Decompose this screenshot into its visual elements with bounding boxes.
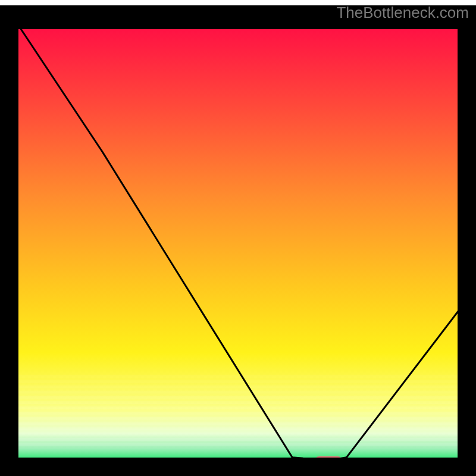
watermark-text: TheBottleneck.com — [336, 4, 469, 22]
bottleneck-chart — [0, 0, 476, 476]
svg-rect-1 — [12, 380, 464, 383]
svg-rect-5 — [12, 401, 464, 404]
svg-rect-2 — [12, 386, 464, 389]
svg-rect-12 — [12, 438, 464, 441]
svg-rect-10 — [12, 427, 464, 430]
chart-container: TheBottleneck.com — [0, 0, 476, 476]
svg-rect-0 — [12, 375, 464, 378]
svg-rect-8 — [12, 417, 464, 420]
svg-rect-7 — [12, 412, 464, 415]
svg-rect-13 — [12, 443, 464, 446]
svg-rect-6 — [12, 406, 464, 409]
svg-rect-4 — [12, 396, 464, 399]
svg-rect-9 — [12, 422, 464, 425]
svg-rect-11 — [12, 433, 464, 436]
